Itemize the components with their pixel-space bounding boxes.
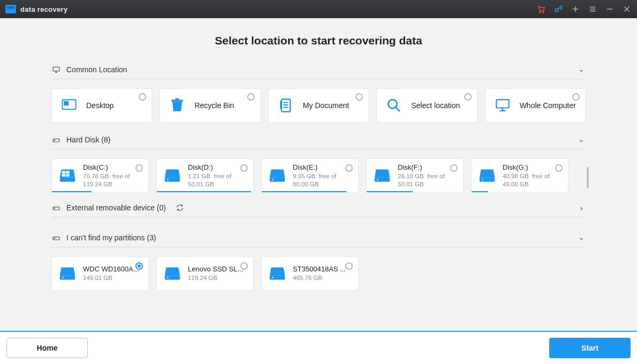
disk-icon: [372, 165, 392, 186]
svg-rect-33: [165, 276, 180, 280]
svg-point-2: [555, 9, 558, 12]
common-cards: Desktop Recycle Bin My Document Select l…: [51, 88, 586, 123]
footer: Home Start: [0, 331, 637, 364]
disk-size: 9.95 GB free of 80.00 GB: [293, 172, 353, 188]
radio[interactable]: [247, 93, 255, 101]
menu-icon[interactable]: [588, 4, 597, 14]
scrollbar[interactable]: [587, 167, 589, 188]
main-content: Select location to start recovering data…: [0, 18, 637, 331]
partition-size: 465.76 GB: [293, 274, 346, 282]
svg-rect-35: [270, 276, 285, 280]
loc-desktop[interactable]: Desktop: [51, 88, 152, 123]
disk-icon: [162, 263, 183, 284]
disk-name: Disk(D:): [188, 163, 248, 171]
section-lost-title: I can't find my partitions (3): [66, 233, 156, 242]
svg-rect-31: [60, 276, 75, 280]
radio[interactable]: [355, 93, 363, 101]
loc-recycle[interactable]: Recycle Bin: [160, 88, 260, 123]
desktop-icon: [59, 96, 79, 115]
computer-icon: [493, 96, 512, 115]
disk-card[interactable]: Disk(E:)9.95 GB free of 80.00 GB: [261, 158, 359, 193]
section-common-header[interactable]: Common Location: [51, 62, 586, 79]
partition-size: 119.24 GB: [188, 274, 243, 282]
radio[interactable]: [135, 262, 143, 270]
chevron-down-icon: [578, 234, 585, 241]
svg-rect-16: [66, 171, 70, 173]
disk-cards: Disk(C:)70.78 GB free of 119.24 GBDisk(D…: [51, 158, 586, 193]
monitor-icon: [51, 65, 61, 74]
section-hard-header[interactable]: Hard Disk (8): [51, 132, 586, 149]
disk-name: Disk(E:): [293, 163, 353, 171]
loc-whole-computer[interactable]: Whole Computer: [485, 88, 586, 123]
svg-rect-21: [270, 178, 285, 182]
disk-size: 40.98 GB free of 49.00 GB: [503, 172, 563, 188]
plus-icon[interactable]: [571, 4, 580, 14]
radio[interactable]: [240, 164, 248, 172]
disk-icon: [57, 165, 78, 186]
partition-size: 149.01 GB: [83, 274, 139, 282]
disk-name: Disk(F:): [398, 163, 458, 171]
svg-rect-18: [66, 174, 70, 177]
disk-card[interactable]: Disk(F:)26.10 GB free of 50.01 GB: [366, 158, 464, 193]
disk-card[interactable]: Disk(C:)70.78 GB free of 119.24 GB: [51, 158, 149, 193]
chevron-down-icon: [578, 136, 585, 143]
home-button[interactable]: Home: [6, 338, 88, 358]
section-lost-header[interactable]: I can't find my partitions (3): [51, 230, 586, 247]
start-button[interactable]: Start: [549, 338, 631, 358]
svg-point-26: [482, 179, 483, 180]
disk-icon: [57, 263, 78, 284]
app-logo-icon: [5, 5, 16, 13]
titlebar: data recovery: [0, 0, 637, 18]
svg-rect-3: [53, 67, 59, 71]
loc-select[interactable]: Select location: [376, 88, 477, 123]
svg-point-36: [272, 277, 273, 278]
disk-size: 1.21 GB free of 50.01 GB: [188, 172, 248, 188]
svg-rect-6: [172, 100, 184, 102]
disk-size: 26.10 GB free of 50.01 GB: [398, 172, 458, 188]
disk-icon: [267, 165, 287, 186]
key-icon[interactable]: [553, 4, 563, 14]
radio[interactable]: [572, 93, 580, 101]
svg-rect-23: [375, 178, 390, 182]
app-title: data recovery: [20, 5, 67, 13]
disk-icon: [477, 165, 497, 186]
svg-rect-5: [64, 102, 68, 105]
page-title: Select location to start recovering data: [51, 34, 586, 47]
svg-point-28: [54, 208, 55, 209]
svg-point-1: [543, 12, 544, 13]
disk-card[interactable]: Disk(D:)1.21 GB free of 50.01 GB: [156, 158, 254, 193]
lost-cards: WDC WD1600A...149.01 GBLenovo SSD SL...1…: [51, 256, 586, 291]
chevron-down-icon: [578, 66, 585, 73]
search-icon: [384, 96, 404, 115]
radio[interactable]: [345, 262, 353, 270]
svg-point-30: [54, 238, 55, 239]
svg-point-22: [272, 179, 273, 180]
radio[interactable]: [139, 93, 146, 101]
radio[interactable]: [345, 164, 353, 172]
lost-partition-card[interactable]: ST3500418AS ...465.76 GB: [261, 256, 359, 291]
disk-icon: [267, 263, 287, 284]
svg-point-10: [388, 100, 397, 108]
radio[interactable]: [240, 262, 248, 270]
cart-icon[interactable]: [536, 4, 546, 14]
section-common-title: Common Location: [66, 65, 127, 74]
close-icon[interactable]: [622, 4, 632, 14]
disk-icon: [162, 165, 183, 186]
radio[interactable]: [135, 164, 143, 172]
drive-icon: [51, 203, 61, 212]
disk-card[interactable]: Disk(G:)40.98 GB free of 49.00 GB: [471, 158, 568, 193]
minimize-icon[interactable]: [605, 4, 615, 14]
refresh-icon[interactable]: [176, 203, 184, 212]
radio[interactable]: [555, 164, 563, 172]
lost-partition-card[interactable]: WDC WD1600A...149.01 GB: [51, 256, 149, 291]
radio[interactable]: [464, 93, 472, 101]
loc-documents[interactable]: My Document: [268, 88, 369, 123]
lost-partition-card[interactable]: Lenovo SSD SL...119.24 GB: [156, 256, 254, 291]
svg-point-13: [54, 140, 55, 141]
svg-rect-17: [62, 174, 66, 177]
section-hard-title: Hard Disk (8): [66, 135, 110, 144]
drive-icon: [51, 135, 61, 144]
section-ext-header[interactable]: External removable device (0): [51, 200, 586, 217]
svg-rect-7: [176, 98, 179, 100]
radio[interactable]: [450, 164, 458, 172]
